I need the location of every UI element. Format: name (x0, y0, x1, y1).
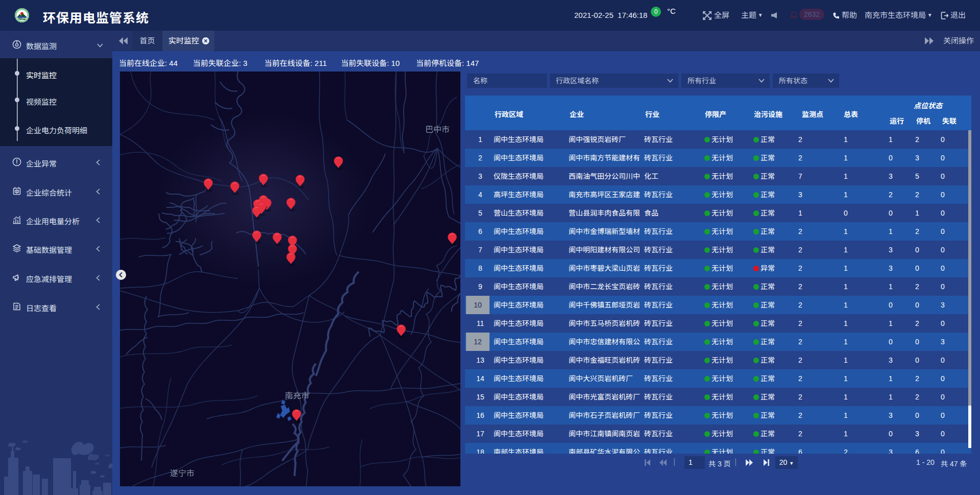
svg-text:南充市: 南充市 (285, 389, 309, 401)
svg-text:遂宁市: 遂宁市 (170, 466, 194, 479)
svg-text:巴中市: 巴中市 (425, 123, 450, 135)
